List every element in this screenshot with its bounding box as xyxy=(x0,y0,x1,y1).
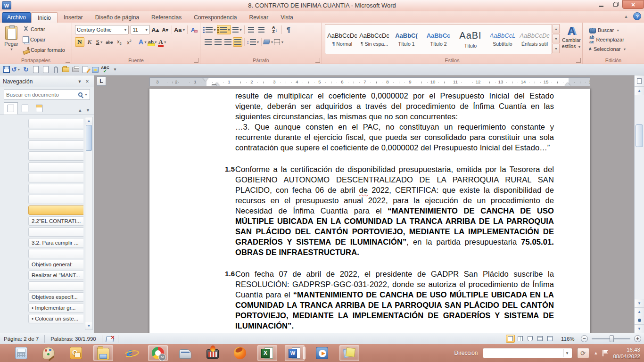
hanging-indent-box[interactable] xyxy=(212,84,216,86)
document-paragraph[interactable]: 1.5Conforme a la certificación de dispon… xyxy=(225,164,554,257)
show-hidden-icons-button[interactable]: ▲ xyxy=(594,351,598,355)
change-styles-button[interactable]: A Cambiar estilos ▼ xyxy=(561,24,581,56)
undo-button[interactable]: ↺▼ xyxy=(12,66,20,74)
nav-heading-item[interactable] xyxy=(28,184,83,193)
paragraph-dialog-launcher[interactable] xyxy=(315,58,320,63)
style-título-2[interactable]: AaBbCcTítulo 2 xyxy=(423,25,454,53)
style--sin-espa-[interactable]: AaBbCcDc¶ Sin espa... xyxy=(359,25,390,53)
document-search-box[interactable]: ▼ xyxy=(4,89,90,100)
nav-heading-item[interactable] xyxy=(28,140,83,150)
scroll-down-arrow[interactable]: ▼ xyxy=(635,299,644,307)
nav-heading-item[interactable]: • Colocar un siste... xyxy=(28,314,83,323)
style-título[interactable]: AaBITítulo xyxy=(455,25,486,53)
font-dialog-launcher[interactable] xyxy=(194,58,198,63)
search-options-arrow[interactable]: ▼ xyxy=(84,93,88,96)
taskbar-burn-tool-button[interactable] xyxy=(203,345,223,361)
navigation-scrollbar[interactable]: ▲ ▼ xyxy=(85,117,93,330)
ribbon-tab-vista[interactable]: Vista xyxy=(274,12,299,23)
nav-scroll-down-arrow[interactable]: ▼ xyxy=(85,322,92,329)
styles-dialog-launcher[interactable] xyxy=(576,58,581,63)
shrink-font-button[interactable]: A▾ xyxy=(160,25,170,34)
page-indicator[interactable]: Página: 2 de 7 xyxy=(2,336,41,342)
ruler-toggle-button[interactable] xyxy=(635,75,644,87)
next-heading-button[interactable]: ▼ xyxy=(86,108,90,113)
show-marks-button[interactable]: ¶ xyxy=(284,25,293,34)
clear-formatting-button[interactable]: A xyxy=(190,25,199,34)
tab-stop-selector[interactable]: L xyxy=(97,76,106,86)
search-input[interactable] xyxy=(6,92,78,98)
taskbar-calculator-button[interactable] xyxy=(11,345,31,361)
help-button[interactable]: ? xyxy=(633,12,641,20)
document-paragraph[interactable]: 1.6Con fecha 07 de abril de 2022, el pre… xyxy=(225,269,554,331)
scrollbar-track[interactable] xyxy=(635,95,644,299)
nav-heading-item[interactable]: Realizar el "MANT... xyxy=(28,271,83,280)
font-name-dropdown-arrow[interactable]: ▼ xyxy=(124,28,127,32)
select-browse-object-button[interactable] xyxy=(635,316,644,324)
select-button[interactable]: Seleccionar▼ xyxy=(587,44,643,54)
styles-scroll-up-button[interactable]: ▲ xyxy=(553,24,560,33)
styles-scroll-down-button[interactable]: ▼ xyxy=(553,34,560,43)
ribbon-tab-insertar[interactable]: Insertar xyxy=(58,12,89,23)
ribbon-tab-correspondencia[interactable]: Correspondencia xyxy=(188,12,243,23)
taskbar-firefox-button[interactable] xyxy=(230,345,250,361)
print-preview-button[interactable] xyxy=(32,66,40,74)
nav-scrollbar-thumb[interactable] xyxy=(86,125,92,151)
ribbon-tab-diseño-de-página[interactable]: Diseño de página xyxy=(89,12,145,23)
previous-heading-button[interactable]: ▲ xyxy=(78,108,82,113)
taskbar-internet-explorer-button[interactable] xyxy=(121,345,140,361)
clipboard-dialog-launcher[interactable] xyxy=(66,58,70,63)
draft-view-button[interactable] xyxy=(545,335,554,343)
outline-view-button[interactable] xyxy=(536,335,545,343)
nav-heading-item[interactable]: Objetivo general: xyxy=(28,260,83,269)
style-subtítulo[interactable]: AaBbCcLSubtítulo xyxy=(487,25,518,53)
multilevel-list-button[interactable]: ▼ xyxy=(231,25,242,34)
document-page[interactable]: resulte de multiplicar el coeficiente 0,… xyxy=(149,89,590,333)
italic-button[interactable]: K xyxy=(85,37,94,47)
new-document-button[interactable] xyxy=(41,66,50,74)
font-name-combobox[interactable]: Century Gothic▼ xyxy=(75,25,129,34)
action-center-flag-icon[interactable] xyxy=(603,350,608,356)
address-dropdown-arrow[interactable]: ▼ xyxy=(563,349,571,357)
font-size-combobox[interactable]: 11▼ xyxy=(131,25,150,34)
insert-image-button[interactable] xyxy=(91,66,99,74)
nav-heading-item[interactable]: • Implementar gr... xyxy=(28,303,83,313)
redo-button[interactable]: ↻ xyxy=(22,66,30,74)
taskbar-paint-button[interactable] xyxy=(39,345,58,361)
tab-browse-headings[interactable] xyxy=(4,102,18,115)
taskbar-chrome-button[interactable] xyxy=(148,345,168,361)
styles-gallery-more-button[interactable]: ▼ xyxy=(553,44,560,53)
ribbon-tab-referencias[interactable]: Referencias xyxy=(145,12,188,23)
navigation-pane-options-arrow[interactable]: ▼ xyxy=(76,78,83,85)
zoom-out-button[interactable]: − xyxy=(581,335,588,342)
align-center-button[interactable] xyxy=(213,37,223,47)
zoom-level[interactable]: 116% xyxy=(559,336,576,342)
collapse-ribbon-button[interactable]: ▲ xyxy=(622,13,630,20)
nav-heading-item[interactable] xyxy=(28,281,83,291)
nav-heading-item[interactable]: Objetivos específ... xyxy=(28,292,83,302)
spell-check-status-icon[interactable] xyxy=(106,336,114,342)
ribbon-tab-inicio[interactable]: Inicio xyxy=(31,12,58,23)
paste-button[interactable]: Pegar ▼ xyxy=(1,24,22,55)
nav-heading-item[interactable] xyxy=(28,173,83,182)
paste-dropdown-arrow[interactable]: ▼ xyxy=(10,48,13,51)
qat-overflow-button[interactable]: ▼ xyxy=(111,66,119,74)
borders-button[interactable]: ▼ xyxy=(274,37,284,47)
shading-button[interactable]: ▼ xyxy=(264,37,273,47)
nav-heading-item[interactable] xyxy=(28,227,83,237)
horizontal-ruler[interactable]: 32112345678910111213141517 xyxy=(149,77,590,86)
nav-scroll-up-arrow[interactable]: ▲ xyxy=(85,117,92,124)
first-line-indent-marker[interactable] xyxy=(203,78,208,81)
subscript-button[interactable]: x2 xyxy=(115,37,124,47)
tab-browse-pages[interactable] xyxy=(18,102,32,115)
bold-button[interactable]: N xyxy=(75,37,84,47)
align-right-button[interactable] xyxy=(223,37,232,47)
word-count-indicator[interactable]: Palabras: 30/1.990 xyxy=(49,336,98,342)
font-size-dropdown-arrow[interactable]: ▼ xyxy=(145,28,148,32)
restore-button[interactable] xyxy=(608,0,622,9)
justify-button[interactable] xyxy=(233,37,242,47)
underline-button[interactable]: S▼ xyxy=(95,37,104,47)
nav-heading-item[interactable] xyxy=(28,249,83,258)
text-effects-button[interactable]: A▼ xyxy=(138,37,148,47)
taskbar-outlook-button[interactable] xyxy=(66,345,86,361)
address-go-button[interactable]: ⟳ xyxy=(577,348,589,358)
